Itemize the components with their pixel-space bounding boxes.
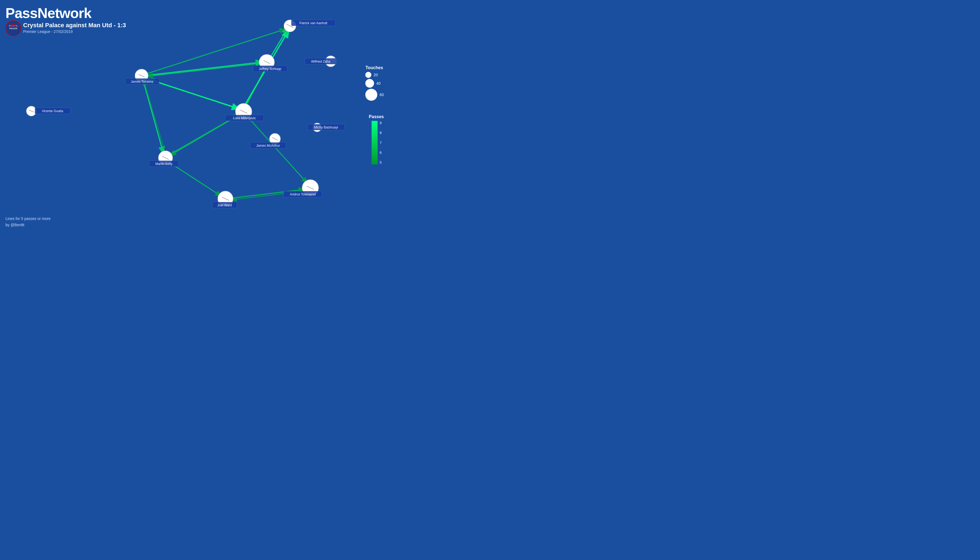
touch-circle-20: 20 [365, 72, 384, 78]
svg-text:Wilfried Zaha: Wilfried Zaha [311, 60, 331, 63]
svg-text:James McArthur: James McArthur [256, 144, 280, 148]
svg-line-14 [270, 28, 288, 59]
svg-text:Martin Kelly: Martin Kelly [155, 162, 173, 166]
svg-text:Joel Ward: Joel Ward [217, 203, 232, 207]
touch-circle-40: 40 [365, 79, 384, 88]
footer: Lines for 5 passes or more by @Ben8t [5, 216, 51, 228]
passes-labels: 9 8 7 6 5 [380, 121, 382, 165]
svg-line-9 [144, 81, 165, 152]
svg-text:Patrick van Aanholt: Patrick van Aanholt [299, 21, 328, 25]
svg-text:Vicente Guaita: Vicente Guaita [42, 109, 63, 113]
svg-line-17 [168, 162, 221, 196]
passes-title: Passes [369, 114, 384, 119]
main-container: PassNetwork CRYSTAL PALACE F.C. Crystal … [0, 0, 392, 233]
svg-line-20 [246, 116, 307, 183]
footer-line2: by @Ben8t [5, 222, 51, 228]
svg-text:Luka Milivojevic: Luka Milivojevic [233, 116, 256, 120]
svg-line-8 [143, 80, 163, 153]
svg-line-5 [148, 79, 238, 108]
svg-line-7 [147, 63, 262, 76]
touch-circle-60: 60 [365, 89, 384, 101]
legend-passes: Passes 9 8 7 6 5 [369, 114, 384, 165]
touches-title: Touches [365, 65, 384, 70]
legend-touches: Touches 20 40 60 [365, 65, 384, 102]
svg-text:James Tomkins: James Tomkins [131, 80, 153, 83]
passes-color-bar [371, 121, 378, 165]
svg-text:Andros Townsend: Andros Townsend [290, 192, 316, 196]
pass-network-svg: Vicente Guaita James Tomkins Martin Kell… [0, 0, 392, 233]
footer-line1: Lines for 5 passes or more [5, 216, 51, 222]
svg-text:Jeffrey Schlupp: Jeffrey Schlupp [259, 67, 281, 71]
svg-text:Michy Batshuayi: Michy Batshuayi [314, 125, 338, 129]
